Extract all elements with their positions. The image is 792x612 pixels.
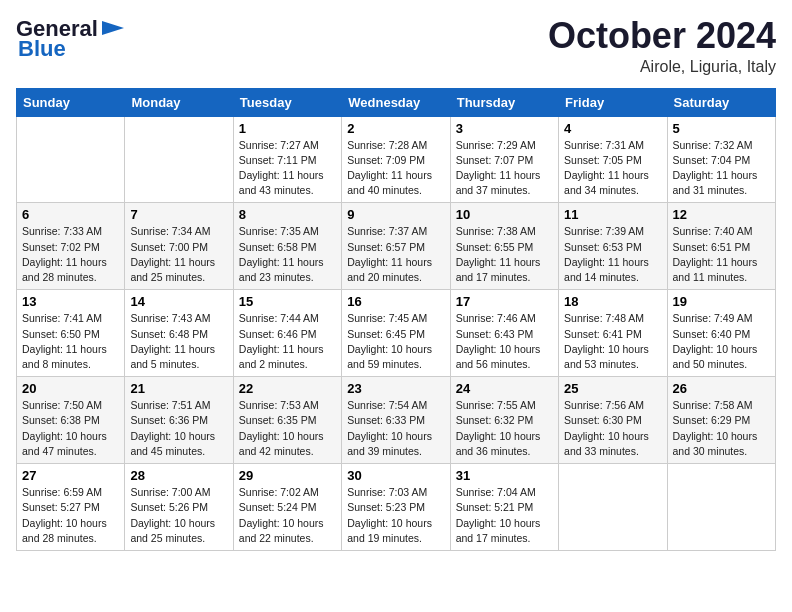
logo: General Blue [16,16,126,62]
calendar-cell: 3Sunrise: 7:29 AMSunset: 7:07 PMDaylight… [450,116,558,203]
day-info: Sunrise: 7:38 AMSunset: 6:55 PMDaylight:… [456,224,553,285]
calendar-cell: 11Sunrise: 7:39 AMSunset: 6:53 PMDayligh… [559,203,667,290]
calendar-cell: 14Sunrise: 7:43 AMSunset: 6:48 PMDayligh… [125,290,233,377]
day-info: Sunrise: 7:53 AMSunset: 6:35 PMDaylight:… [239,398,336,459]
calendar-cell: 1Sunrise: 7:27 AMSunset: 7:11 PMDaylight… [233,116,341,203]
logo-flag-icon [100,19,126,37]
day-number: 30 [347,468,444,483]
calendar-cell: 17Sunrise: 7:46 AMSunset: 6:43 PMDayligh… [450,290,558,377]
day-info: Sunrise: 7:27 AMSunset: 7:11 PMDaylight:… [239,138,336,199]
header-thursday: Thursday [450,88,558,116]
header-friday: Friday [559,88,667,116]
day-info: Sunrise: 7:03 AMSunset: 5:23 PMDaylight:… [347,485,444,546]
day-info: Sunrise: 7:55 AMSunset: 6:32 PMDaylight:… [456,398,553,459]
day-info: Sunrise: 7:40 AMSunset: 6:51 PMDaylight:… [673,224,770,285]
calendar-table: SundayMondayTuesdayWednesdayThursdayFrid… [16,88,776,551]
calendar-cell: 18Sunrise: 7:48 AMSunset: 6:41 PMDayligh… [559,290,667,377]
calendar-cell: 30Sunrise: 7:03 AMSunset: 5:23 PMDayligh… [342,464,450,551]
day-number: 22 [239,381,336,396]
day-info: Sunrise: 7:41 AMSunset: 6:50 PMDaylight:… [22,311,119,372]
calendar-week-5: 27Sunrise: 6:59 AMSunset: 5:27 PMDayligh… [17,464,776,551]
calendar-cell: 24Sunrise: 7:55 AMSunset: 6:32 PMDayligh… [450,377,558,464]
calendar-cell: 28Sunrise: 7:00 AMSunset: 5:26 PMDayligh… [125,464,233,551]
day-number: 23 [347,381,444,396]
day-number: 11 [564,207,661,222]
day-info: Sunrise: 7:28 AMSunset: 7:09 PMDaylight:… [347,138,444,199]
calendar-cell: 22Sunrise: 7:53 AMSunset: 6:35 PMDayligh… [233,377,341,464]
day-info: Sunrise: 7:49 AMSunset: 6:40 PMDaylight:… [673,311,770,372]
header-wednesday: Wednesday [342,88,450,116]
header-sunday: Sunday [17,88,125,116]
calendar-cell: 13Sunrise: 7:41 AMSunset: 6:50 PMDayligh… [17,290,125,377]
title-block: October 2024 Airole, Liguria, Italy [548,16,776,76]
calendar-week-2: 6Sunrise: 7:33 AMSunset: 7:02 PMDaylight… [17,203,776,290]
day-info: Sunrise: 7:32 AMSunset: 7:04 PMDaylight:… [673,138,770,199]
day-info: Sunrise: 6:59 AMSunset: 5:27 PMDaylight:… [22,485,119,546]
calendar-cell: 10Sunrise: 7:38 AMSunset: 6:55 PMDayligh… [450,203,558,290]
day-number: 29 [239,468,336,483]
day-number: 18 [564,294,661,309]
day-number: 28 [130,468,227,483]
day-number: 20 [22,381,119,396]
day-info: Sunrise: 7:43 AMSunset: 6:48 PMDaylight:… [130,311,227,372]
day-number: 16 [347,294,444,309]
day-number: 14 [130,294,227,309]
day-number: 5 [673,121,770,136]
day-number: 3 [456,121,553,136]
location-subtitle: Airole, Liguria, Italy [548,58,776,76]
day-number: 10 [456,207,553,222]
day-number: 15 [239,294,336,309]
day-number: 13 [22,294,119,309]
day-number: 2 [347,121,444,136]
calendar-cell [17,116,125,203]
logo-blue-text: Blue [18,36,66,62]
day-number: 24 [456,381,553,396]
calendar-cell: 8Sunrise: 7:35 AMSunset: 6:58 PMDaylight… [233,203,341,290]
day-info: Sunrise: 7:37 AMSunset: 6:57 PMDaylight:… [347,224,444,285]
day-info: Sunrise: 7:56 AMSunset: 6:30 PMDaylight:… [564,398,661,459]
calendar-cell: 31Sunrise: 7:04 AMSunset: 5:21 PMDayligh… [450,464,558,551]
calendar-cell: 19Sunrise: 7:49 AMSunset: 6:40 PMDayligh… [667,290,775,377]
svg-marker-0 [102,21,124,35]
calendar-cell: 4Sunrise: 7:31 AMSunset: 7:05 PMDaylight… [559,116,667,203]
calendar-cell [125,116,233,203]
calendar-cell: 5Sunrise: 7:32 AMSunset: 7:04 PMDaylight… [667,116,775,203]
day-info: Sunrise: 7:39 AMSunset: 6:53 PMDaylight:… [564,224,661,285]
calendar-cell [559,464,667,551]
calendar-cell: 29Sunrise: 7:02 AMSunset: 5:24 PMDayligh… [233,464,341,551]
calendar-cell: 6Sunrise: 7:33 AMSunset: 7:02 PMDaylight… [17,203,125,290]
day-info: Sunrise: 7:51 AMSunset: 6:36 PMDaylight:… [130,398,227,459]
month-title: October 2024 [548,16,776,56]
calendar-cell: 20Sunrise: 7:50 AMSunset: 6:38 PMDayligh… [17,377,125,464]
day-info: Sunrise: 7:58 AMSunset: 6:29 PMDaylight:… [673,398,770,459]
calendar-cell: 12Sunrise: 7:40 AMSunset: 6:51 PMDayligh… [667,203,775,290]
day-info: Sunrise: 7:02 AMSunset: 5:24 PMDaylight:… [239,485,336,546]
day-info: Sunrise: 7:48 AMSunset: 6:41 PMDaylight:… [564,311,661,372]
day-number: 7 [130,207,227,222]
day-info: Sunrise: 7:29 AMSunset: 7:07 PMDaylight:… [456,138,553,199]
day-info: Sunrise: 7:54 AMSunset: 6:33 PMDaylight:… [347,398,444,459]
calendar-cell: 15Sunrise: 7:44 AMSunset: 6:46 PMDayligh… [233,290,341,377]
page-header: General Blue October 2024 Airole, Liguri… [16,16,776,76]
header-monday: Monday [125,88,233,116]
day-info: Sunrise: 7:50 AMSunset: 6:38 PMDaylight:… [22,398,119,459]
calendar-cell: 9Sunrise: 7:37 AMSunset: 6:57 PMDaylight… [342,203,450,290]
day-number: 21 [130,381,227,396]
calendar-cell: 7Sunrise: 7:34 AMSunset: 7:00 PMDaylight… [125,203,233,290]
calendar-week-1: 1Sunrise: 7:27 AMSunset: 7:11 PMDaylight… [17,116,776,203]
day-number: 17 [456,294,553,309]
day-number: 6 [22,207,119,222]
day-info: Sunrise: 7:35 AMSunset: 6:58 PMDaylight:… [239,224,336,285]
day-number: 8 [239,207,336,222]
day-number: 19 [673,294,770,309]
calendar-cell [667,464,775,551]
calendar-cell: 25Sunrise: 7:56 AMSunset: 6:30 PMDayligh… [559,377,667,464]
day-number: 4 [564,121,661,136]
calendar-header-row: SundayMondayTuesdayWednesdayThursdayFrid… [17,88,776,116]
header-saturday: Saturday [667,88,775,116]
day-info: Sunrise: 7:46 AMSunset: 6:43 PMDaylight:… [456,311,553,372]
calendar-cell: 16Sunrise: 7:45 AMSunset: 6:45 PMDayligh… [342,290,450,377]
day-number: 1 [239,121,336,136]
day-info: Sunrise: 7:44 AMSunset: 6:46 PMDaylight:… [239,311,336,372]
calendar-cell: 23Sunrise: 7:54 AMSunset: 6:33 PMDayligh… [342,377,450,464]
